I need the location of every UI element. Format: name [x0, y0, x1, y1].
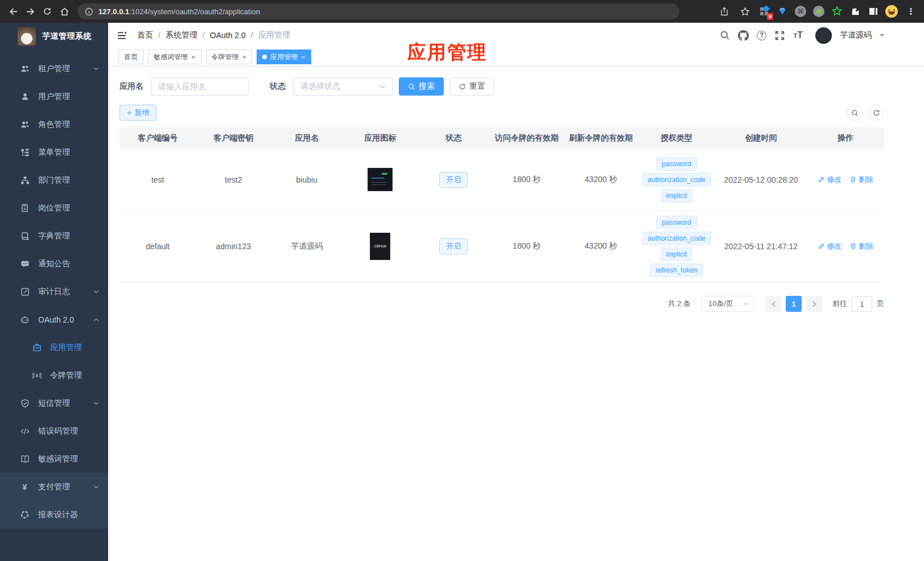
sidebar-item-payment[interactable]: ¥ 支付管理	[0, 473, 108, 501]
column-header: 客户端密钥	[196, 133, 271, 143]
close-icon[interactable]: ×	[242, 53, 247, 61]
tab-application[interactable]: 应用管理 ×	[257, 50, 311, 64]
browser-home-button[interactable]	[56, 3, 73, 20]
add-button[interactable]: + 新增	[119, 105, 156, 121]
extension-green-star-icon[interactable]	[830, 4, 844, 19]
breadcrumb-system[interactable]: 系统管理	[166, 30, 197, 40]
hide-search-button[interactable]	[847, 105, 863, 121]
status-badge[interactable]: 开启	[439, 238, 468, 254]
sidebar-item-label: 短信管理	[38, 398, 70, 409]
fullscreen-icon[interactable]	[774, 30, 785, 41]
sidebar-item-label: 支付管理	[38, 482, 70, 492]
help-icon[interactable]: ?	[757, 31, 766, 40]
refresh-table-button[interactable]	[868, 105, 884, 121]
chevron-up-icon	[93, 318, 99, 321]
sidebar-item-notice[interactable]: 通知公告	[0, 250, 108, 278]
sms-shield-icon	[20, 398, 30, 408]
extensions-puzzle-icon[interactable]	[848, 4, 863, 19]
site-info-icon[interactable]	[85, 7, 93, 16]
sidebar-item-dictionary[interactable]: 字典管理	[0, 222, 108, 250]
audit-log-icon	[20, 287, 30, 296]
column-header: 客户端编号	[119, 133, 196, 143]
grant-type-tag: refresh_token	[650, 263, 703, 277]
chevron-down-icon	[93, 485, 99, 489]
tab-label: 令牌管理	[212, 52, 239, 62]
grant-type-tag: implicit	[661, 189, 693, 203]
reset-button[interactable]: 重置	[449, 77, 494, 96]
url-host: 127.0.0.1	[98, 7, 129, 16]
extension-gem-icon[interactable]	[775, 4, 790, 19]
delete-link[interactable]: 删除	[849, 175, 873, 185]
profile-avatar[interactable]	[884, 4, 899, 19]
app-name-cell: 芋道源码	[271, 241, 343, 251]
app-name-input[interactable]	[151, 77, 249, 96]
username[interactable]: 芋道源码	[840, 30, 872, 40]
browser-back-button[interactable]	[5, 3, 22, 20]
edit-link[interactable]: 修改	[818, 241, 842, 251]
sidebar-item-role[interactable]: 角色管理	[0, 110, 108, 138]
sidebar-item-application[interactable]: 应用管理	[0, 333, 108, 361]
sidebar-item-token[interactable]: 令牌管理	[0, 361, 108, 389]
breadcrumb-home[interactable]: 首页	[137, 30, 153, 40]
chevron-down-icon	[93, 402, 99, 405]
sidebar-toggle-icon[interactable]	[866, 4, 881, 19]
next-page-button[interactable]	[806, 296, 822, 312]
breadcrumb-oauth[interactable]: OAuth 2.0	[210, 31, 246, 40]
status-select[interactable]: 请选择状态	[293, 77, 393, 96]
extension-record-icon[interactable]	[811, 4, 826, 19]
sidebar-header[interactable]: 芋道管理系统	[0, 23, 108, 50]
sidebar: 芋道管理系统 租户管理 用户管理 角色管理 菜单管理 部门管理 岗位管理	[0, 23, 108, 561]
close-icon[interactable]: ×	[191, 53, 196, 61]
tab-home[interactable]: 首页	[118, 50, 143, 64]
prev-page-button[interactable]	[765, 296, 781, 312]
tab-sensitive-word[interactable]: 敏感词管理 ×	[148, 50, 201, 64]
notice-icon	[20, 259, 30, 269]
sidebar-item-report-designer[interactable]: 报表设计器	[0, 501, 108, 529]
sidebar-item-menu[interactable]: 菜单管理	[0, 138, 108, 166]
sidebar-item-tenant[interactable]: 租户管理	[0, 55, 108, 82]
search-icon[interactable]	[719, 30, 730, 41]
sidebar-item-oauth[interactable]: OAuth 2.0	[0, 306, 108, 333]
sidebar-item-error-code[interactable]: 错误码管理	[0, 417, 108, 445]
sensitive-word-icon	[20, 454, 30, 464]
browser-forward-button[interactable]	[22, 3, 39, 20]
goto-page-input[interactable]	[852, 296, 872, 312]
font-size-icon[interactable]: TT	[793, 30, 803, 40]
app-name-label: 应用名	[119, 81, 143, 92]
sidebar-item-user[interactable]: 用户管理	[0, 82, 108, 110]
sidebar-item-sms[interactable]: 短信管理	[0, 389, 108, 417]
close-icon[interactable]: ×	[301, 53, 306, 61]
bookmark-star-button[interactable]	[736, 3, 753, 20]
url-path: :1024/system/oauth2/oauth2/application	[129, 7, 260, 16]
sidebar-item-label: 用户管理	[38, 92, 70, 102]
share-button[interactable]	[716, 3, 733, 20]
extension-grid-icon[interactable]: 9	[757, 4, 772, 19]
access-token-ttl-cell: 1800 秒	[489, 241, 563, 251]
sidebar-item-audit-log[interactable]: 审计日志	[0, 278, 108, 306]
sidebar-item-post[interactable]: 岗位管理	[0, 194, 108, 222]
caret-down-icon[interactable]	[880, 34, 884, 39]
extension-command-icon[interactable]: ⌘	[793, 4, 808, 19]
search-button[interactable]: 搜索	[399, 77, 444, 96]
address-bar[interactable]: 127.0.0.1:1024/system/oauth2/oauth2/appl…	[77, 3, 679, 19]
tab-token[interactable]: 令牌管理 ×	[206, 50, 253, 64]
edit-link[interactable]: 修改	[818, 175, 842, 185]
tab-label: 首页	[124, 52, 138, 62]
github-icon[interactable]	[738, 30, 749, 41]
sidebar-collapse-icon[interactable]	[117, 31, 127, 40]
delete-link[interactable]: 删除	[849, 241, 873, 251]
sidebar-item-department[interactable]: 部门管理	[0, 166, 108, 194]
table-toolbar: + 新增	[119, 105, 884, 121]
created-at-cell: 2022-05-12 00:28:20	[715, 175, 807, 184]
browser-menu-icon[interactable]: ⋮	[902, 3, 919, 20]
browser-reload-button[interactable]	[39, 3, 56, 20]
status-badge[interactable]: 开启	[439, 172, 468, 188]
sidebar-item-sensitive-word[interactable]: 敏感词管理	[0, 445, 108, 473]
top-navbar: 首页 / 系统管理 / OAuth 2.0 / 应用管理 ? TT 芋道源码	[108, 23, 924, 48]
grant-type-tag: authorization_code	[642, 173, 711, 187]
current-page-button[interactable]: 1	[786, 296, 802, 312]
page-size-select[interactable]: 10条/页	[701, 296, 754, 312]
user-avatar[interactable]	[815, 27, 832, 44]
sidebar-item-label: 审计日志	[38, 287, 70, 297]
page-size-value: 10条/页	[708, 299, 733, 309]
